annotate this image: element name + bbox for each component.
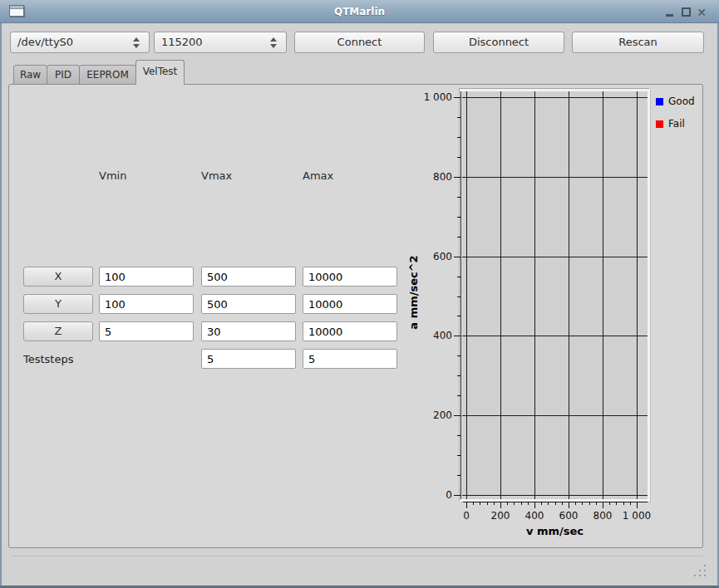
serial-port-combobox[interactable]: /dev/ttyS0 bbox=[10, 32, 150, 53]
disconnect-button[interactable]: Disconnect bbox=[433, 32, 564, 53]
maximize-button[interactable] bbox=[681, 7, 692, 18]
statusbar-separator bbox=[12, 556, 703, 556]
plot-canvas bbox=[460, 89, 650, 502]
column-header-vmin: Vmin bbox=[99, 169, 126, 183]
axis-z-button[interactable]: Z bbox=[23, 321, 93, 341]
x-vmax-input[interactable] bbox=[201, 267, 296, 287]
minimize-icon bbox=[666, 14, 673, 17]
close-icon: ✕ bbox=[697, 6, 707, 19]
window-title: QTMarlin bbox=[0, 0, 719, 23]
serial-port-value: /dev/ttyS0 bbox=[17, 36, 73, 48]
combobox-spinner[interactable] bbox=[268, 32, 278, 52]
legend-entry-good: Good bbox=[656, 96, 695, 107]
baudrate-value: 115200 bbox=[161, 36, 203, 48]
x-axis-title: v mm/sec bbox=[462, 525, 648, 537]
z-amax-input[interactable] bbox=[303, 321, 397, 341]
legend-swatch-good bbox=[656, 98, 663, 105]
x-amax-input[interactable] bbox=[303, 267, 397, 287]
y-vmax-input[interactable] bbox=[201, 294, 296, 314]
column-header-amax: Amax bbox=[303, 169, 333, 183]
legend-label-good: Good bbox=[668, 96, 695, 107]
x-vmin-input[interactable] bbox=[99, 267, 194, 287]
minimize-button[interactable] bbox=[664, 7, 676, 18]
y-axis-title: a mm/sec^2 bbox=[407, 255, 420, 329]
tab-eeprom[interactable]: EEPROM bbox=[79, 65, 136, 85]
axis-x-button[interactable]: X bbox=[23, 267, 93, 287]
y-vmin-input[interactable] bbox=[99, 294, 194, 314]
tab-veltest[interactable]: VelTest bbox=[135, 60, 185, 85]
rescan-button[interactable]: Rescan bbox=[572, 32, 704, 53]
z-vmin-input[interactable] bbox=[99, 321, 194, 341]
maximize-icon bbox=[682, 7, 691, 17]
combobox-spinner[interactable] bbox=[131, 32, 141, 52]
z-vmax-input[interactable] bbox=[201, 321, 296, 341]
resize-grip-icon[interactable] bbox=[692, 563, 707, 578]
column-header-vmax: Vmax bbox=[201, 169, 232, 183]
legend-entry-fail: Fail bbox=[656, 118, 685, 130]
teststeps-label: Teststeps bbox=[23, 353, 74, 365]
legend-swatch-fail bbox=[656, 120, 663, 128]
close-button[interactable]: ✕ bbox=[696, 7, 707, 18]
up-arrow-icon bbox=[133, 37, 140, 42]
down-arrow-icon bbox=[270, 44, 277, 48]
up-arrow-icon bbox=[270, 37, 277, 42]
window-border-left bbox=[0, 23, 2, 588]
down-arrow-icon bbox=[133, 44, 140, 48]
teststeps-amax-input[interactable] bbox=[303, 349, 397, 369]
tab-pid[interactable]: PID bbox=[47, 65, 80, 85]
teststeps-vmax-input[interactable] bbox=[201, 349, 296, 369]
qtmarlin-window: QTMarlin ✕ /dev/ttyS0 115200 Connect Dis… bbox=[0, 0, 719, 588]
connect-button[interactable]: Connect bbox=[294, 32, 425, 53]
baudrate-combobox[interactable]: 115200 bbox=[154, 32, 287, 53]
tab-raw[interactable]: Raw bbox=[13, 65, 47, 85]
legend-label-fail: Fail bbox=[668, 118, 685, 130]
title-bar[interactable]: QTMarlin ✕ bbox=[0, 0, 719, 23]
y-amax-input[interactable] bbox=[303, 294, 397, 314]
axis-y-button[interactable]: Y bbox=[23, 294, 93, 314]
